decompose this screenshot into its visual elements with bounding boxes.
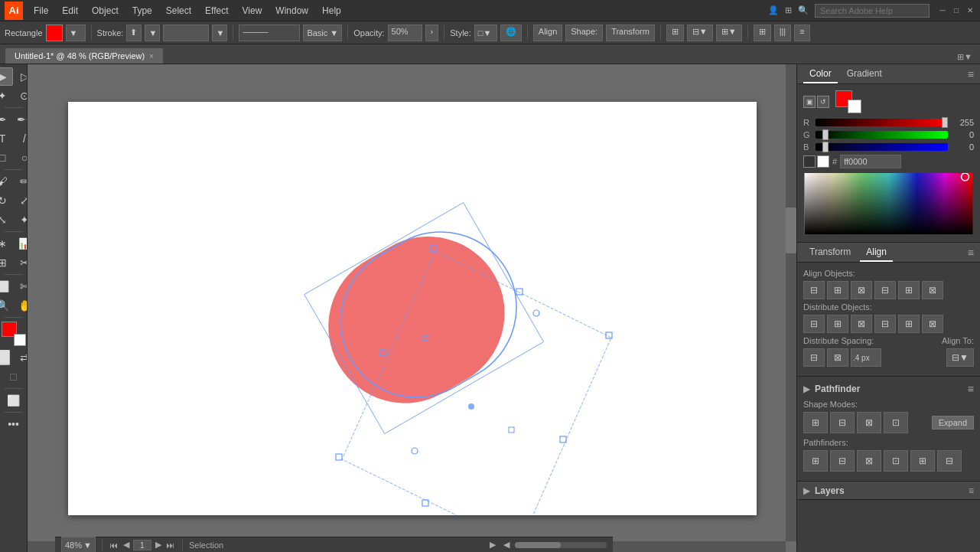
rectangle-tool[interactable]: □ — [0, 149, 13, 167]
workspace-icon[interactable]: ⊞ — [785, 5, 792, 15]
cmyk-mode-btn[interactable]: ↺ — [817, 96, 829, 108]
menu-select[interactable]: Select — [160, 4, 197, 18]
hand-tool[interactable]: ✋ — [14, 296, 28, 315]
dist-space-h-btn[interactable]: ⊟ — [803, 348, 825, 367]
pathfinder-menu-btn[interactable]: ≡ — [968, 383, 974, 395]
align-center-v-btn[interactable]: ⊞ — [898, 281, 920, 299]
align-to-dropdown[interactable]: ⊟▼ — [946, 348, 974, 367]
scale-tool[interactable]: ⤢ — [14, 191, 28, 210]
tab-close-button[interactable]: × — [149, 52, 154, 60]
minimize-button[interactable]: ─ — [937, 5, 948, 16]
type-tool[interactable]: T — [0, 129, 13, 148]
stroke-width-dropdown[interactable]: ▼ — [212, 24, 227, 41]
stroke-style-dropdown[interactable]: Basic ▼ — [303, 24, 342, 41]
align-top-btn[interactable]: ⊟ — [874, 281, 896, 299]
outline-btn[interactable]: ⊞ — [910, 450, 935, 472]
r-slider-thumb[interactable] — [942, 117, 948, 128]
dist-top-btn[interactable]: ⊟ — [874, 315, 896, 333]
zoom-dropdown[interactable]: 48%▼ — [61, 537, 96, 553]
globe-btn[interactable]: 🌐 — [500, 24, 522, 41]
handle-t[interactable] — [516, 289, 523, 295]
direction-handle-1[interactable] — [412, 448, 418, 454]
intersect-btn[interactable]: ⊠ — [857, 412, 881, 433]
swap-colors-icon[interactable]: ⇄ — [14, 348, 28, 367]
unite-btn[interactable]: ⊞ — [803, 412, 828, 433]
layers-menu-btn[interactable]: ≡ — [969, 485, 974, 496]
bg-color-swatch[interactable] — [848, 100, 861, 113]
lasso-tool[interactable]: ⊙ — [14, 87, 28, 105]
user-icon[interactable]: 👤 — [768, 5, 779, 15]
stroke-display-icon[interactable]: □ — [3, 367, 24, 386]
opacity-input[interactable]: 50% — [388, 24, 422, 41]
ellipse-tool[interactable]: ○ — [14, 149, 28, 167]
align-bottom-btn[interactable]: ⊠ — [922, 281, 943, 299]
color-spectrum[interactable] — [803, 173, 974, 234]
menu-object[interactable]: Object — [86, 4, 125, 18]
transform-controls-btn[interactable]: ⊞ — [666, 24, 684, 41]
g-slider[interactable] — [816, 131, 948, 139]
free-transform-tool[interactable]: ⤡ — [0, 211, 13, 229]
style-dropdown[interactable]: □▼ — [474, 24, 497, 41]
main-shape[interactable] — [300, 208, 532, 431]
pen-tool[interactable]: ✒ — [0, 110, 13, 129]
divide-btn[interactable]: ⊞ — [803, 450, 828, 472]
eraser-tool[interactable]: ⬜ — [0, 277, 13, 296]
exclude-btn[interactable]: ⊡ — [884, 412, 908, 433]
dist-right-btn[interactable]: ⊠ — [851, 315, 872, 333]
add-anchor-tool[interactable]: ✒+ — [14, 110, 28, 129]
stroke-dropdown[interactable]: ▼ — [145, 24, 160, 41]
none-icon[interactable]: ⬜ — [0, 348, 13, 367]
menu-btn[interactable]: ≡ — [794, 24, 809, 41]
handle-b[interactable] — [422, 500, 428, 506]
prev-btn[interactable]: ◀ — [501, 540, 512, 550]
hex-input[interactable] — [840, 155, 901, 168]
merge-btn[interactable]: ⊠ — [857, 450, 881, 472]
more-tools-btn[interactable]: ••• — [3, 415, 24, 433]
graph-tool[interactable]: 📊 — [14, 234, 28, 253]
zoom-tool[interactable]: 🔍 — [0, 296, 13, 315]
paintbrush-tool[interactable]: 🖌 — [0, 172, 13, 191]
g-slider-thumb[interactable] — [822, 129, 829, 140]
timeline-slider[interactable] — [515, 542, 607, 548]
slice-tool[interactable]: ✂ — [14, 253, 28, 272]
stroke-input[interactable] — [163, 24, 209, 41]
color-panel-menu[interactable]: ≡ — [968, 68, 974, 80]
maximize-button[interactable]: □ — [951, 5, 962, 16]
last-page-btn[interactable]: ⏭ — [165, 540, 176, 550]
transform-btn[interactable]: Transform — [606, 24, 655, 41]
menu-file[interactable]: File — [28, 4, 54, 18]
search-icon[interactable]: 🔍 — [798, 5, 809, 15]
r-slider[interactable] — [816, 119, 948, 126]
prev-page-btn[interactable]: ◀ — [121, 540, 132, 550]
align-center-h-btn[interactable]: ⊞ — [827, 281, 848, 299]
dist-left-btn[interactable]: ⊟ — [803, 315, 825, 333]
fill-color-box[interactable] — [46, 24, 63, 41]
gradient-tab[interactable]: Gradient — [841, 65, 888, 83]
menu-type[interactable]: Type — [126, 4, 158, 18]
shape-btn[interactable]: Shape: — [565, 24, 603, 41]
dist-space-v-btn[interactable]: ⊠ — [827, 348, 848, 367]
direction-handle-2[interactable] — [533, 310, 539, 316]
handle-tl[interactable] — [430, 246, 436, 252]
align-right-btn[interactable]: ⊠ — [851, 281, 872, 299]
anchor-tl[interactable] — [422, 335, 428, 341]
dist-center-v-btn[interactable]: ⊞ — [898, 315, 920, 333]
minus-back-btn[interactable]: ⊟ — [937, 450, 962, 472]
screen-mode-btn[interactable]: ⬜ — [3, 391, 24, 410]
stroke-style-box[interactable]: ——— — [239, 24, 300, 41]
color-tab[interactable]: Color — [803, 65, 838, 83]
pathfinder-collapse-icon[interactable]: ▶ — [803, 384, 810, 394]
vertical-scrollbar[interactable] — [786, 64, 796, 541]
panel-options-btn[interactable]: ⊞ — [754, 24, 771, 41]
dist-center-h-btn[interactable]: ⊞ — [827, 315, 848, 333]
line-tool[interactable]: / — [14, 129, 28, 148]
next-page-btn[interactable]: ▶ — [153, 540, 164, 550]
align-btn[interactable]: Align — [533, 24, 562, 41]
b-slider-thumb[interactable] — [822, 142, 829, 152]
document-tab[interactable]: Untitled-1* @ 48 % (RGB/Preview) × — [5, 47, 164, 64]
none-color-icon[interactable] — [803, 155, 816, 168]
more-btn[interactable]: ⊞▼ — [716, 24, 742, 41]
layers-collapse-icon[interactable]: ▶ — [803, 485, 810, 496]
rgb-mode-btn[interactable]: ▣ — [803, 96, 816, 108]
background-color[interactable] — [14, 334, 26, 346]
